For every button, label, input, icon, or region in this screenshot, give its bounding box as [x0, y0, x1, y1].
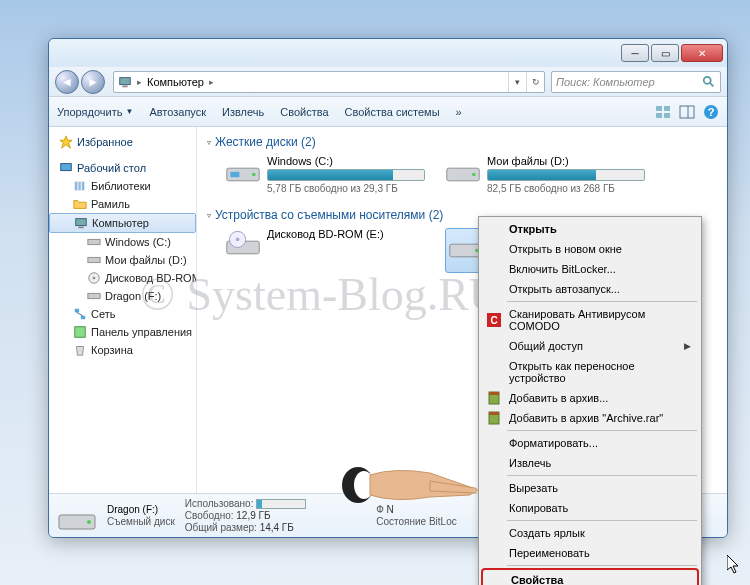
ctx-share[interactable]: Общий доступ▶ — [481, 336, 699, 356]
removable-drive-icon — [57, 499, 97, 533]
sidebar-item-user[interactable]: Рамиль — [49, 195, 196, 213]
rar-icon — [487, 411, 501, 425]
svg-point-30 — [252, 173, 256, 177]
folder-icon — [73, 197, 87, 211]
ctx-open-new[interactable]: Открыть в новом окне — [481, 239, 699, 259]
nav-forward-button[interactable]: ► — [81, 70, 105, 94]
comodo-icon: C — [487, 313, 501, 327]
toolbar-more[interactable]: » — [456, 106, 462, 118]
drive-c[interactable]: Windows (C:) 5,78 ГБ свободно из 29,3 ГБ — [225, 155, 425, 194]
sidebar-favorites[interactable]: Избранное — [49, 133, 196, 151]
ctx-open[interactable]: Открыть — [481, 219, 699, 239]
ctx-add-archive-name[interactable]: Добавить в архив "Archive.rar" — [481, 408, 699, 428]
desktop-icon — [59, 161, 73, 175]
toolbar: Упорядочить▼ Автозапуск Извлечь Свойства… — [49, 97, 727, 127]
ctx-cut[interactable]: Вырезать — [481, 478, 699, 498]
ctx-properties[interactable]: Свойства — [481, 568, 699, 585]
svg-rect-25 — [81, 316, 85, 320]
sidebar-item-control[interactable]: Панель управления — [49, 323, 196, 341]
svg-rect-15 — [78, 182, 81, 191]
sidebar-item-libraries[interactable]: Библиотеки — [49, 177, 196, 195]
search-input[interactable]: Поиск: Компьютер — [551, 71, 721, 93]
ctx-rename[interactable]: Переименовать — [481, 543, 699, 563]
nav-back-button[interactable]: ◄ — [55, 70, 79, 94]
svg-point-2 — [704, 76, 711, 83]
status-drive-name: Dragon (F:) — [107, 504, 175, 515]
ctx-bitlocker[interactable]: Включить BitLocker... — [481, 259, 699, 279]
libraries-icon — [73, 179, 87, 193]
network-icon — [73, 307, 87, 321]
sys-properties-button[interactable]: Свойства системы — [345, 106, 440, 118]
hdd-icon — [225, 155, 261, 185]
svg-rect-17 — [76, 219, 87, 226]
status-drive-type: Съемный диск — [107, 516, 175, 527]
svg-rect-19 — [88, 239, 100, 244]
ctx-autoplay[interactable]: Открыть автозапуск... — [481, 279, 699, 299]
svg-rect-13 — [61, 164, 72, 171]
minimize-button[interactable]: ─ — [621, 44, 649, 62]
svg-rect-8 — [680, 106, 694, 118]
organize-menu[interactable]: Упорядочить▼ — [57, 106, 133, 118]
breadcrumb-location: Компьютер — [147, 76, 204, 88]
sidebar-item-drive-d[interactable]: Мои файлы (D:) — [49, 251, 196, 269]
svg-rect-5 — [664, 106, 670, 111]
context-menu: Открыть Открыть в новом окне Включить Bi… — [478, 216, 702, 585]
eject-button[interactable]: Извлечь — [222, 106, 264, 118]
drive-bd[interactable]: Дисковод BD-ROM (E:) — [225, 228, 425, 273]
svg-point-35 — [236, 238, 240, 242]
preview-pane-icon[interactable] — [679, 104, 695, 120]
titlebar: ─ ▭ ✕ — [49, 39, 727, 67]
category-hdd[interactable]: ▿Жесткие диски (2) — [207, 135, 717, 149]
svg-rect-20 — [88, 257, 100, 262]
ctx-scan[interactable]: CСканировать Антивирусом COMODO — [481, 304, 699, 336]
star-icon — [59, 135, 73, 149]
sidebar-desktop[interactable]: Рабочий стол — [49, 159, 196, 177]
svg-rect-16 — [82, 182, 85, 191]
svg-rect-45 — [489, 412, 499, 415]
drive-d[interactable]: Мои файлы (D:) 82,5 ГБ свободно из 268 Г… — [445, 155, 645, 194]
svg-text:?: ? — [708, 106, 715, 118]
sidebar-item-recycle[interactable]: Корзина — [49, 341, 196, 359]
ctx-eject[interactable]: Извлечь — [481, 453, 699, 473]
address-bar[interactable]: ▸ Компьютер ▸ ▾ ↻ — [113, 71, 545, 93]
computer-icon — [74, 216, 88, 230]
sidebar-item-drive-c[interactable]: Windows (C:) — [49, 233, 196, 251]
close-button[interactable]: ✕ — [681, 44, 723, 62]
svg-point-32 — [472, 173, 476, 177]
properties-button[interactable]: Свойства — [280, 106, 328, 118]
sidebar-item-computer[interactable]: Компьютер — [49, 213, 196, 233]
autoplay-button[interactable]: Автозапуск — [149, 106, 206, 118]
svg-rect-18 — [78, 227, 83, 229]
sidebar-item-drive-f[interactable]: Dragon (F:) — [49, 287, 196, 305]
svg-rect-0 — [120, 77, 131, 84]
sidebar-item-drive-bd[interactable]: Дисковод BD-ROM (E — [49, 269, 196, 287]
sidebar-item-network[interactable]: Сеть — [49, 305, 196, 323]
svg-line-26 — [77, 312, 83, 316]
svg-point-22 — [93, 277, 96, 280]
refresh-icon[interactable]: ↻ — [526, 72, 544, 92]
hdd-icon — [445, 155, 481, 185]
svg-line-3 — [710, 82, 714, 86]
help-icon[interactable]: ? — [703, 104, 719, 120]
svg-rect-23 — [88, 293, 100, 298]
ctx-portable[interactable]: Открыть как переносное устройство — [481, 356, 699, 388]
svg-rect-4 — [656, 106, 662, 111]
navigation-sidebar: Избранное Рабочий стол Библиотеки Рамиль… — [49, 127, 197, 493]
svg-rect-14 — [75, 182, 78, 191]
view-icon[interactable] — [655, 104, 671, 120]
addr-dropdown-icon[interactable]: ▾ — [508, 72, 526, 92]
cursor-icon — [727, 555, 741, 575]
address-row: ◄ ► ▸ Компьютер ▸ ▾ ↻ Поиск: Компьютер — [49, 67, 727, 97]
ctx-add-archive[interactable]: Добавить в архив... — [481, 388, 699, 408]
ctx-shortcut[interactable]: Создать ярлык — [481, 523, 699, 543]
svg-rect-24 — [75, 309, 79, 313]
svg-rect-7 — [664, 113, 670, 118]
ctx-format[interactable]: Форматировать... — [481, 433, 699, 453]
optical-drive-icon — [225, 228, 261, 258]
maximize-button[interactable]: ▭ — [651, 44, 679, 62]
drive-icon — [87, 235, 101, 249]
recycle-icon — [73, 343, 87, 357]
search-icon — [702, 75, 716, 89]
ctx-copy[interactable]: Копировать — [481, 498, 699, 518]
drive-icon — [87, 253, 101, 267]
